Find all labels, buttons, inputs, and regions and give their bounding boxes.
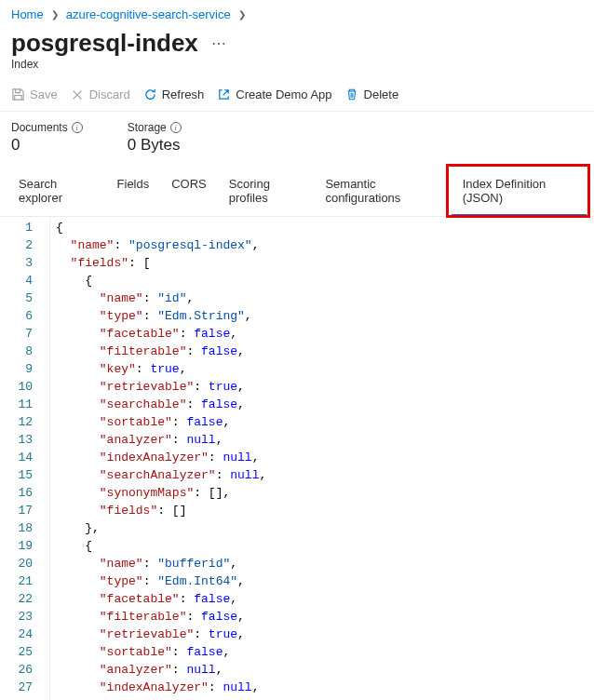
json-editor[interactable]: 1234567891011121314151617181920212223242… xyxy=(0,217,594,700)
title-row: posgresql-index ⋯ xyxy=(0,25,594,58)
close-icon xyxy=(71,88,85,101)
trash-icon xyxy=(345,88,359,101)
delete-label: Delete xyxy=(364,88,399,101)
tab-fields[interactable]: Fields xyxy=(106,168,161,216)
storage-stat: Storage i 0 Bytes xyxy=(128,121,182,155)
page-title: posgresql-index xyxy=(11,29,198,58)
save-label: Save xyxy=(30,88,58,101)
discard-label: Discard xyxy=(89,88,130,101)
tabs: Search explorer Fields CORS Scoring prof… xyxy=(0,168,594,217)
tab-index-definition-json[interactable]: Index Definition (JSON) xyxy=(452,168,587,216)
chevron-right-icon: ❯ xyxy=(51,9,59,20)
toolbar: Save Discard Refresh Create Demo App Del… xyxy=(0,82,594,112)
documents-label: Documents xyxy=(11,121,68,134)
storage-value: 0 Bytes xyxy=(128,136,182,155)
refresh-label: Refresh xyxy=(162,88,205,101)
tab-semantic-configurations[interactable]: Semantic configurations xyxy=(314,168,451,216)
save-button: Save xyxy=(11,88,58,101)
info-icon[interactable]: i xyxy=(72,122,83,133)
breadcrumb-home[interactable]: Home xyxy=(11,7,44,21)
tab-search-explorer[interactable]: Search explorer xyxy=(7,168,106,216)
page-subtitle: Index xyxy=(0,58,594,82)
stats-row: Documents i 0 Storage i 0 Bytes xyxy=(0,112,594,168)
breadcrumb: Home ❯ azure-cognitive-search-service ❯ xyxy=(0,0,594,25)
code-content[interactable]: { "name": "posgresql-index", "fields": [… xyxy=(50,217,266,700)
info-icon[interactable]: i xyxy=(170,122,182,133)
open-link-icon xyxy=(217,88,231,101)
refresh-icon xyxy=(143,88,157,101)
line-gutter: 1234567891011121314151617181920212223242… xyxy=(0,217,50,700)
chevron-right-icon: ❯ xyxy=(238,9,246,20)
tab-cors[interactable]: CORS xyxy=(160,168,218,216)
storage-label: Storage xyxy=(128,121,167,134)
create-demo-app-button[interactable]: Create Demo App xyxy=(217,88,331,101)
documents-stat: Documents i 0 xyxy=(11,121,83,155)
save-icon xyxy=(11,88,25,101)
documents-value: 0 xyxy=(11,136,83,155)
tab-scoring-profiles[interactable]: Scoring profiles xyxy=(218,168,315,216)
breadcrumb-service[interactable]: azure-cognitive-search-service xyxy=(66,7,231,21)
more-actions-button[interactable]: ⋯ xyxy=(211,34,226,52)
create-demo-label: Create Demo App xyxy=(236,88,331,101)
delete-button[interactable]: Delete xyxy=(345,88,399,101)
discard-button: Discard xyxy=(71,88,130,101)
refresh-button[interactable]: Refresh xyxy=(143,88,205,101)
